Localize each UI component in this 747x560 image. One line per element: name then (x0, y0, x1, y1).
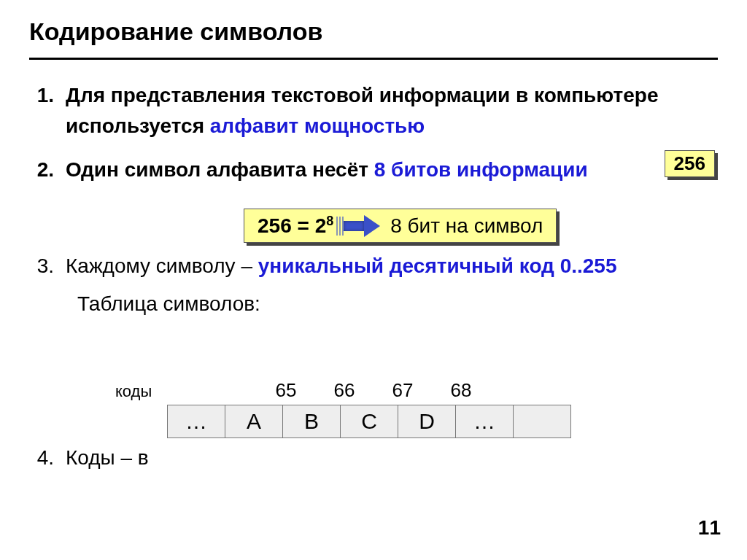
list-item-1: 1. Для представления текстовой информаци… (29, 80, 718, 141)
slide: Кодирование символов 1. Для представлени… (0, 0, 747, 560)
item-text: Для представления текстовой информации в… (66, 80, 718, 141)
char-cell: … (167, 405, 225, 438)
equation: 256 = 28 (258, 214, 333, 238)
item-plain: Каждому символу – (66, 254, 258, 277)
table-caption: Таблица символов: (77, 289, 718, 319)
item-text: Коды – в (66, 446, 149, 470)
item-number: 2. (29, 155, 66, 185)
callout-formula: 256 = 28 8 бит на символ (244, 209, 557, 243)
item-number: 1. (29, 80, 66, 141)
item-text: Каждому символу – уникальный десятичный … (66, 251, 718, 281)
char-row: … A B C D … (168, 405, 635, 438)
arrow-icon (344, 217, 380, 236)
code-value: 66 (315, 379, 374, 402)
code-value: 68 (432, 379, 490, 402)
item-number: 4. (29, 446, 66, 470)
item-highlight: алфавит мощностью (210, 114, 425, 137)
char-cell: A (225, 405, 283, 438)
eq-base: 256 = 2 (258, 214, 326, 237)
callout-after: 8 бит на символ (390, 214, 543, 238)
list-item-4: 4. Коды – в (29, 446, 149, 470)
slide-title: Кодирование символов (29, 18, 718, 46)
item-text: Один символ алфавита несёт 8 битов инфор… (66, 155, 718, 185)
page-number: 11 (698, 516, 721, 540)
list-item-3: 3. Каждому символу – уникальный десятичн… (29, 251, 718, 281)
item-highlight: уникальный десятичный код 0..255 (258, 254, 617, 277)
code-value: 65 (257, 379, 315, 402)
char-cell: D (398, 405, 456, 438)
item-highlight: 8 битов информации (374, 158, 588, 181)
item-plain: Один символ алфавита несёт (66, 158, 374, 181)
codes-block: коды 65 66 67 68 … A B C D … (124, 379, 635, 438)
codes-row: 65 66 67 68 (257, 379, 635, 402)
badge-256: 256 (665, 150, 715, 177)
codes-label: коды (115, 382, 152, 401)
eq-exponent: 8 (326, 214, 333, 228)
char-cell: C (340, 405, 398, 438)
item-number: 3. (29, 251, 66, 281)
bullet-list: 1. Для представления текстовой информаци… (29, 80, 718, 319)
char-cell (513, 405, 571, 438)
char-cell: B (282, 405, 341, 438)
title-divider (29, 58, 718, 60)
list-item-2: 2. Один символ алфавита несёт 8 битов ин… (29, 155, 718, 185)
code-value: 67 (374, 379, 432, 402)
char-cell: … (455, 405, 514, 438)
